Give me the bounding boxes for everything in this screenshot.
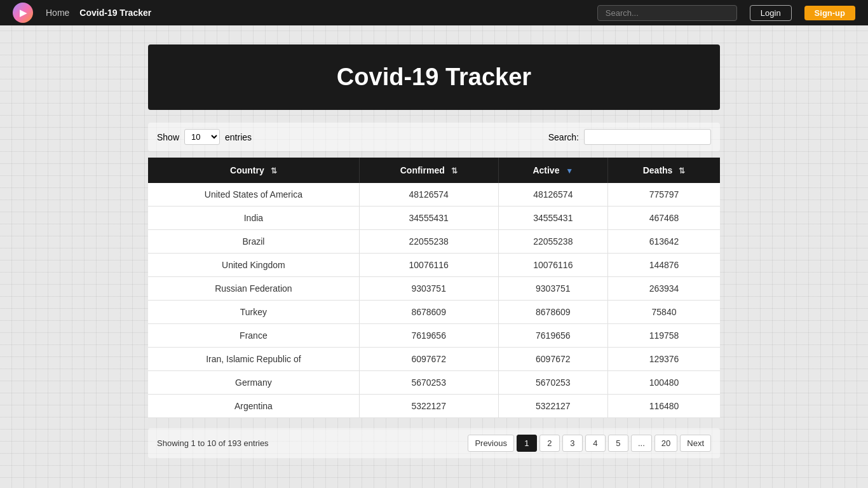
cell-country: Turkey bbox=[148, 301, 359, 324]
table-row: France 7619656 7619656 119758 bbox=[148, 324, 720, 348]
main-container: Covid-19 Tracker Show 10 25 50 100 entri… bbox=[142, 44, 726, 458]
page-title: Covid-19 Tracker bbox=[167, 64, 701, 91]
cell-deaths: 613642 bbox=[608, 230, 720, 254]
table-row: Argentina 5322127 5322127 116480 bbox=[148, 395, 720, 418]
previous-button[interactable]: Previous bbox=[468, 435, 514, 452]
col-country-label: Country bbox=[230, 165, 264, 175]
nav-search-input[interactable] bbox=[597, 5, 737, 21]
col-active[interactable]: Active ▼ bbox=[498, 158, 607, 183]
table-row: Turkey 8678609 8678609 75840 bbox=[148, 301, 720, 324]
next-button[interactable]: Next bbox=[680, 435, 711, 452]
page-1-button[interactable]: 1 bbox=[517, 435, 537, 452]
logo-icon: ▶ bbox=[20, 8, 27, 18]
pagination-info: Showing 1 to 10 of 193 entries bbox=[157, 438, 269, 448]
table-header: Country ⇅ Confirmed ⇅ Active ▼ Deaths ⇅ bbox=[148, 158, 720, 183]
col-active-label: Active bbox=[532, 165, 559, 175]
cell-active: 34555431 bbox=[498, 207, 607, 230]
cell-confirmed: 5670253 bbox=[359, 371, 498, 395]
cell-deaths: 75840 bbox=[608, 301, 720, 324]
cell-active: 48126574 bbox=[498, 183, 607, 207]
table-search-input[interactable] bbox=[584, 129, 711, 145]
cell-country: Brazil bbox=[148, 230, 359, 254]
cell-confirmed: 9303751 bbox=[359, 277, 498, 301]
data-table: Country ⇅ Confirmed ⇅ Active ▼ Deaths ⇅ bbox=[148, 158, 720, 418]
navbar: ▶ Home Covid-19 Tracker Login Sign-up bbox=[0, 0, 868, 25]
sort-active-icon: ▼ bbox=[566, 166, 573, 175]
cell-country: France bbox=[148, 324, 359, 348]
cell-country: Germany bbox=[148, 371, 359, 395]
cell-country: Argentina bbox=[148, 395, 359, 418]
search-label: Search: bbox=[548, 132, 579, 142]
entries-label: entries bbox=[225, 132, 252, 142]
cell-confirmed: 8678609 bbox=[359, 301, 498, 324]
cell-deaths: 144876 bbox=[608, 254, 720, 277]
page-4-button[interactable]: 4 bbox=[585, 435, 606, 452]
cell-confirmed: 22055238 bbox=[359, 230, 498, 254]
table-row: India 34555431 34555431 467468 bbox=[148, 207, 720, 230]
nav-home-link[interactable]: Home bbox=[46, 8, 69, 18]
pagination-buttons: Previous 1 2 3 4 5 ... 20 Next bbox=[468, 435, 711, 452]
col-confirmed-label: Confirmed bbox=[400, 165, 445, 175]
show-entries: Show 10 25 50 100 entries bbox=[157, 129, 252, 145]
signup-button[interactable]: Sign-up bbox=[804, 6, 855, 20]
cell-confirmed: 5322127 bbox=[359, 395, 498, 418]
table-body: United States of America 48126574 481265… bbox=[148, 183, 720, 418]
table-controls: Show 10 25 50 100 entries Search: bbox=[148, 123, 720, 151]
sort-confirmed-icon: ⇅ bbox=[451, 166, 458, 175]
cell-active: 7619656 bbox=[498, 324, 607, 348]
table-row: United Kingdom 10076116 10076116 144876 bbox=[148, 254, 720, 277]
page-2-button[interactable]: 2 bbox=[539, 435, 560, 452]
col-confirmed[interactable]: Confirmed ⇅ bbox=[359, 158, 498, 183]
cell-active: 22055238 bbox=[498, 230, 607, 254]
cell-deaths: 119758 bbox=[608, 324, 720, 348]
page-title-box: Covid-19 Tracker bbox=[148, 44, 720, 110]
col-deaths[interactable]: Deaths ⇅ bbox=[608, 158, 720, 183]
cell-deaths: 116480 bbox=[608, 395, 720, 418]
cell-deaths: 100480 bbox=[608, 371, 720, 395]
cell-confirmed: 34555431 bbox=[359, 207, 498, 230]
cell-active: 10076116 bbox=[498, 254, 607, 277]
cell-deaths: 775797 bbox=[608, 183, 720, 207]
cell-deaths: 467468 bbox=[608, 207, 720, 230]
cell-active: 9303751 bbox=[498, 277, 607, 301]
cell-confirmed: 7619656 bbox=[359, 324, 498, 348]
sort-country-icon: ⇅ bbox=[271, 166, 277, 175]
cell-country: United Kingdom bbox=[148, 254, 359, 277]
table-row: Brazil 22055238 22055238 613642 bbox=[148, 230, 720, 254]
nav-tracker-link[interactable]: Covid-19 Tracker bbox=[79, 8, 151, 18]
nav-logo: ▶ bbox=[13, 3, 33, 23]
table-row: United States of America 48126574 481265… bbox=[148, 183, 720, 207]
pagination-row: Showing 1 to 10 of 193 entries Previous … bbox=[148, 428, 720, 458]
cell-confirmed: 6097672 bbox=[359, 348, 498, 371]
page-5-button[interactable]: 5 bbox=[608, 435, 628, 452]
cell-active: 8678609 bbox=[498, 301, 607, 324]
cell-country: India bbox=[148, 207, 359, 230]
cell-deaths: 129376 bbox=[608, 348, 720, 371]
sort-deaths-icon: ⇅ bbox=[679, 166, 685, 175]
cell-country: United States of America bbox=[148, 183, 359, 207]
cell-active: 6097672 bbox=[498, 348, 607, 371]
show-label: Show bbox=[157, 132, 179, 142]
cell-active: 5670253 bbox=[498, 371, 607, 395]
entries-select[interactable]: 10 25 50 100 bbox=[184, 129, 220, 145]
cell-country: Iran, Islamic Republic of bbox=[148, 348, 359, 371]
login-button[interactable]: Login bbox=[750, 5, 792, 21]
col-deaths-label: Deaths bbox=[643, 165, 673, 175]
table-row: Iran, Islamic Republic of 6097672 609767… bbox=[148, 348, 720, 371]
col-country[interactable]: Country ⇅ bbox=[148, 158, 359, 183]
table-row: Germany 5670253 5670253 100480 bbox=[148, 371, 720, 395]
table-row: Russian Federation 9303751 9303751 26393… bbox=[148, 277, 720, 301]
page-ellipsis: ... bbox=[631, 435, 652, 452]
cell-country: Russian Federation bbox=[148, 277, 359, 301]
cell-confirmed: 48126574 bbox=[359, 183, 498, 207]
page-3-button[interactable]: 3 bbox=[562, 435, 583, 452]
cell-deaths: 263934 bbox=[608, 277, 720, 301]
cell-active: 5322127 bbox=[498, 395, 607, 418]
nav-links: Home Covid-19 Tracker bbox=[46, 8, 151, 18]
footer: © 2021–2022 Code Blooded, @arafat-Alim .… bbox=[0, 484, 868, 488]
cell-confirmed: 10076116 bbox=[359, 254, 498, 277]
page-20-button[interactable]: 20 bbox=[654, 435, 677, 452]
search-box: Search: bbox=[548, 129, 711, 145]
